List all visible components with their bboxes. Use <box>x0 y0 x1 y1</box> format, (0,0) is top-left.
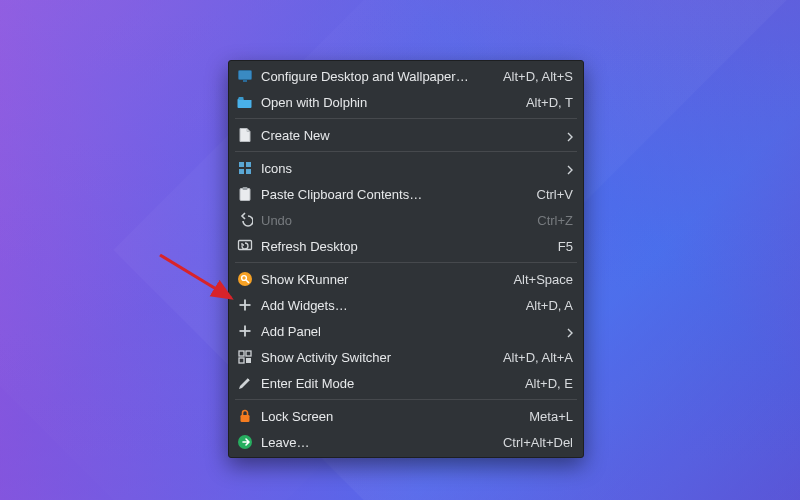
svg-rect-18 <box>246 351 251 356</box>
svg-rect-2 <box>239 97 244 100</box>
menu-item-add-panel[interactable]: Add Panel <box>229 318 583 344</box>
menu-item-refresh[interactable]: Refresh DesktopF5 <box>229 233 583 259</box>
menu-item-leave[interactable]: Leave…Ctrl+Alt+Del <box>229 429 583 455</box>
menu-separator <box>235 151 577 152</box>
menu-item-label: Show Activity Switcher <box>261 350 485 365</box>
menu-item-shortcut: Ctrl+V <box>537 187 573 202</box>
menu-item-shortcut: Alt+D, E <box>525 376 573 391</box>
document-new-icon <box>237 127 253 143</box>
menu-item-activity-switcher[interactable]: Show Activity SwitcherAlt+D, Alt+A <box>229 344 583 370</box>
menu-item-label: Refresh Desktop <box>261 239 540 254</box>
menu-item-shortcut: Alt+D, A <box>526 298 573 313</box>
menu-item-configure-desktop[interactable]: Configure Desktop and Wallpaper…Alt+D, A… <box>229 63 583 89</box>
menu-item-lock-screen[interactable]: Lock ScreenMeta+L <box>229 403 583 429</box>
menu-item-undo: UndoCtrl+Z <box>229 207 583 233</box>
menu-item-shortcut: Alt+Space <box>513 272 573 287</box>
clipboard-icon <box>237 186 253 202</box>
menu-item-edit-mode[interactable]: Enter Edit ModeAlt+D, E <box>229 370 583 396</box>
menu-item-shortcut: Alt+D, Alt+A <box>503 350 573 365</box>
svg-rect-8 <box>243 187 248 190</box>
krunner-icon <box>237 271 253 287</box>
menu-item-shortcut: Alt+D, Alt+S <box>503 69 573 84</box>
svg-rect-6 <box>246 169 251 174</box>
svg-rect-0 <box>239 71 252 80</box>
menu-item-label: Undo <box>261 213 519 228</box>
svg-rect-5 <box>239 169 244 174</box>
activities-icon <box>237 349 253 365</box>
menu-item-paste[interactable]: Paste Clipboard Contents…Ctrl+V <box>229 181 583 207</box>
menu-item-label: Create New <box>261 128 549 143</box>
svg-rect-4 <box>246 162 251 167</box>
menu-item-show-krunner[interactable]: Show KRunnerAlt+Space <box>229 266 583 292</box>
svg-rect-1 <box>243 80 247 82</box>
menu-item-label: Open with Dolphin <box>261 95 508 110</box>
menu-item-label: Leave… <box>261 435 485 450</box>
menu-item-label: Icons <box>261 161 549 176</box>
menu-item-shortcut: Alt+D, T <box>526 95 573 110</box>
desktop-wallpaper[interactable]: Configure Desktop and Wallpaper…Alt+D, A… <box>0 0 800 500</box>
svg-rect-9 <box>239 241 252 250</box>
menu-item-label: Show KRunner <box>261 272 495 287</box>
menu-item-shortcut: Ctrl+Alt+Del <box>503 435 573 450</box>
undo-icon <box>237 212 253 228</box>
menu-item-label: Paste Clipboard Contents… <box>261 187 519 202</box>
svg-rect-7 <box>240 189 250 201</box>
refresh-icon <box>237 238 253 254</box>
svg-rect-17 <box>239 351 244 356</box>
menu-item-open-dolphin[interactable]: Open with DolphinAlt+D, T <box>229 89 583 115</box>
edit-icon <box>237 375 253 391</box>
menu-item-label: Enter Edit Mode <box>261 376 507 391</box>
leave-icon <box>237 434 253 450</box>
menu-item-shortcut: Meta+L <box>529 409 573 424</box>
plus-icon <box>237 297 253 313</box>
display-settings-icon <box>237 68 253 84</box>
svg-rect-21 <box>241 415 250 422</box>
svg-point-10 <box>238 272 252 286</box>
chevron-right-icon <box>567 130 573 140</box>
menu-item-label: Add Panel <box>261 324 549 339</box>
menu-item-icons[interactable]: Icons <box>229 155 583 181</box>
menu-separator <box>235 262 577 263</box>
grid-icon <box>237 160 253 176</box>
menu-item-label: Lock Screen <box>261 409 511 424</box>
chevron-right-icon <box>567 163 573 173</box>
menu-item-add-widgets[interactable]: Add Widgets…Alt+D, A <box>229 292 583 318</box>
menu-separator <box>235 118 577 119</box>
menu-item-shortcut: Ctrl+Z <box>537 213 573 228</box>
menu-item-create-new[interactable]: Create New <box>229 122 583 148</box>
desktop-context-menu: Configure Desktop and Wallpaper…Alt+D, A… <box>228 60 584 458</box>
menu-item-shortcut: F5 <box>558 239 573 254</box>
svg-rect-3 <box>239 162 244 167</box>
svg-rect-20 <box>246 358 251 363</box>
plus-icon <box>237 323 253 339</box>
chevron-right-icon <box>567 326 573 336</box>
svg-line-23 <box>160 255 231 298</box>
menu-separator <box>235 399 577 400</box>
menu-item-label: Add Widgets… <box>261 298 508 313</box>
folder-icon <box>237 94 253 110</box>
menu-item-label: Configure Desktop and Wallpaper… <box>261 69 485 84</box>
lock-icon <box>237 408 253 424</box>
svg-rect-19 <box>239 358 244 363</box>
